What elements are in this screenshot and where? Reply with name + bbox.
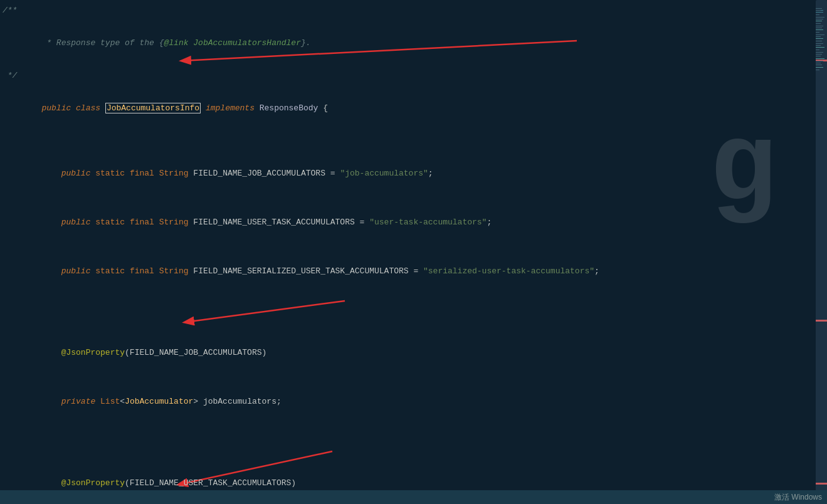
code-line-3: */ [0,68,816,84]
code-line-4: public class JobAccumulatorsInfo impleme… [0,84,816,133]
editor: g /** * Response type of the {@link JobA… [0,0,827,504]
code-line-9 [0,296,816,312]
code-line-2: * Response type of the {@link JobAccumul… [0,19,816,68]
code-line-11: @JsonProperty(FIELD_NAME_JOB_ACCUMULATOR… [0,328,816,377]
bottom-bar: 激活 Windows [0,490,827,504]
scrollbar-thumb[interactable] [816,0,827,504]
code-line-1: /** [0,3,816,19]
code-line-7: public static final String FIELD_NAME_US… [0,198,816,247]
code-line-10 [0,312,816,328]
code-line-8: public static final String FIELD_NAME_SE… [0,247,816,296]
activate-windows-text: 激活 Windows [774,492,822,503]
code-line-6: public static final String FIELD_NAME_JO… [0,149,816,198]
scrollbar-panel[interactable] [816,0,827,504]
minimap [817,5,826,71]
code-line-5 [0,133,816,149]
code-line-14 [0,443,816,459]
code-area: /** * Response type of the {@link JobAcc… [0,0,816,504]
code-line-13 [0,426,816,443]
code-line-12: private List<JobAccumulator> jobAccumula… [0,377,816,426]
